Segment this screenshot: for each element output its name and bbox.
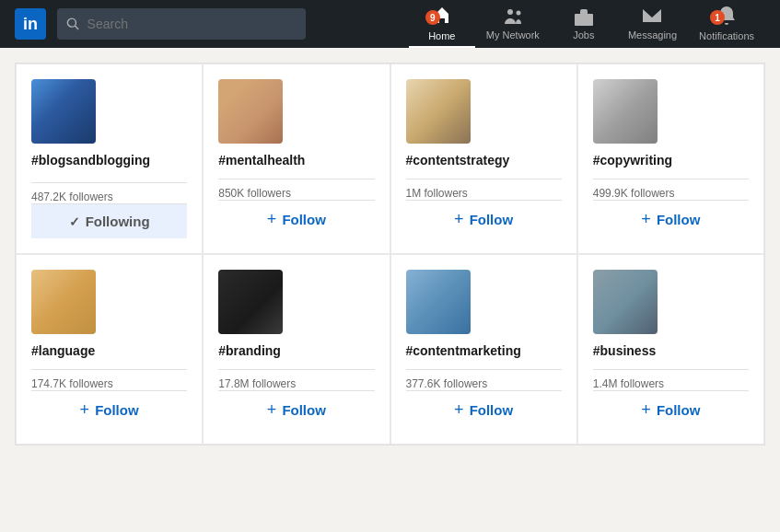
followers-text-contentstrategy: 1M followers: [406, 187, 562, 200]
home-label: Home: [428, 30, 455, 41]
hashtag-card-blogsandblogging: #blogsandblogging487.2K followers✓ Follo…: [16, 64, 203, 254]
search-input[interactable]: [87, 17, 297, 31]
hashtag-card-branding: #branding17.8M followers+ Follow: [203, 254, 390, 445]
card-image-contentstrategy: [406, 79, 471, 144]
search-icon: [66, 17, 80, 31]
jobs-icon: [573, 6, 595, 28]
card-image-branding: [218, 270, 283, 334]
nav-network[interactable]: My Network: [475, 0, 551, 48]
hashtag-card-contentmarketing: #contentmarketing377.6K followers+ Follo…: [390, 254, 577, 445]
jobs-label: Jobs: [573, 29, 594, 40]
hashtag-name-language: #language: [31, 343, 187, 358]
follow-button-contentstrategy[interactable]: + Follow: [406, 200, 562, 238]
followers-text-business: 1.4M followers: [593, 377, 749, 390]
hashtag-name-branding: #branding: [218, 343, 374, 358]
hashtag-name-mentalhealth: #mentalhealth: [218, 153, 374, 168]
network-label: My Network: [486, 29, 540, 40]
card-image-language: [31, 270, 96, 334]
svg-line-1: [76, 26, 78, 29]
follow-button-branding[interactable]: + Follow: [218, 390, 374, 429]
plus-icon: +: [641, 210, 651, 229]
plus-icon: +: [454, 210, 464, 229]
top-navigation: in 9 Home My Network Jobs Mess: [0, 0, 780, 48]
card-image-business: [593, 270, 658, 334]
svg-rect-4: [575, 14, 593, 26]
hashtag-name-copywriting: #copywriting: [593, 153, 749, 168]
hashtag-name-blogsandblogging: #blogsandblogging: [31, 153, 187, 168]
followers-text-branding: 17.8M followers: [218, 377, 374, 390]
followers-text-copywriting: 499.9K followers: [593, 187, 749, 200]
svg-point-2: [507, 9, 513, 15]
hashtag-name-business: #business: [593, 343, 749, 358]
nav-home[interactable]: 9 Home: [409, 0, 475, 48]
card-image-copywriting: [593, 79, 658, 144]
notifications-badge: 1: [710, 10, 725, 25]
hashtag-card-contentstrategy: #contentstrategy1M followers+ Follow: [390, 64, 577, 254]
hashtag-card-business: #business1.4M followers+ Follow: [577, 254, 764, 445]
search-bar-container: [57, 8, 306, 40]
notifications-label: Notifications: [699, 30, 754, 41]
card-image-blogsandblogging: [31, 79, 96, 144]
follow-button-language[interactable]: + Follow: [31, 390, 187, 429]
plus-icon: +: [80, 400, 90, 420]
follow-button-contentmarketing[interactable]: + Follow: [406, 390, 562, 429]
nav-messaging[interactable]: Messaging: [617, 0, 688, 48]
svg-point-3: [516, 11, 520, 16]
follow-button-mentalhealth[interactable]: + Follow: [218, 200, 374, 238]
plus-icon: +: [267, 210, 277, 229]
messaging-label: Messaging: [628, 29, 677, 40]
following-button-blogsandblogging[interactable]: ✓ Following: [31, 203, 187, 238]
nav-jobs[interactable]: Jobs: [551, 0, 617, 48]
linkedin-logo[interactable]: in: [15, 8, 46, 40]
hashtag-card-copywriting: #copywriting499.9K followers+ Follow: [577, 64, 764, 254]
followers-text-contentmarketing: 377.6K followers: [406, 377, 562, 390]
followers-text-mentalhealth: 850K followers: [218, 187, 374, 200]
hashtag-name-contentmarketing: #contentmarketing: [406, 343, 562, 358]
followers-text-language: 174.7K followers: [31, 377, 187, 390]
followers-text-blogsandblogging: 487.2K followers: [31, 191, 187, 203]
plus-icon: +: [267, 400, 277, 420]
plus-icon: +: [641, 400, 651, 420]
home-badge: 9: [425, 10, 440, 25]
hashtag-card-language: #language174.7K followers+ Follow: [16, 254, 203, 445]
follow-button-copywriting[interactable]: + Follow: [593, 200, 749, 238]
card-image-contentmarketing: [406, 270, 471, 334]
plus-icon: +: [454, 400, 464, 420]
card-image-mentalhealth: [218, 79, 283, 144]
messaging-icon: [641, 6, 663, 28]
hashtag-name-contentstrategy: #contentstrategy: [406, 153, 562, 168]
nav-notifications[interactable]: 1 Notifications: [688, 0, 765, 48]
hashtag-card-mentalhealth: #mentalhealth850K followers+ Follow: [203, 64, 390, 254]
hashtag-grid: #blogsandblogging487.2K followers✓ Follo…: [15, 63, 765, 445]
follow-button-business[interactable]: + Follow: [593, 390, 749, 429]
network-icon: [502, 6, 524, 28]
check-icon: ✓: [69, 214, 80, 229]
nav-items: 9 Home My Network Jobs Messaging 1 Notif…: [409, 0, 765, 48]
main-content: #blogsandblogging487.2K followers✓ Follo…: [0, 48, 780, 460]
